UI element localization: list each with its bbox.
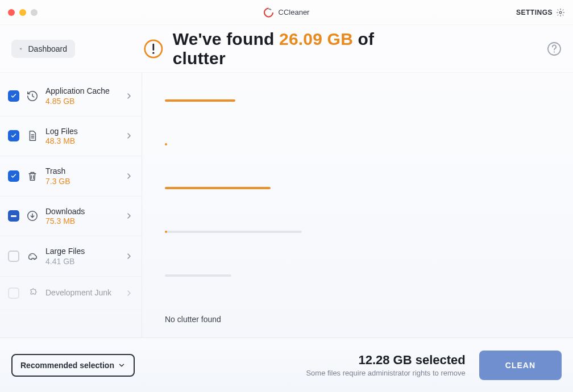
bar-fill bbox=[165, 143, 167, 145]
titlebar: CCleaner SETTINGS bbox=[0, 0, 573, 25]
chevron-right-icon bbox=[124, 91, 134, 101]
admin-note: Some files require administrator rights … bbox=[306, 369, 465, 377]
arrow-left-icon bbox=[19, 44, 23, 53]
chevron-right-icon bbox=[124, 252, 134, 261]
ccleaner-logo-icon bbox=[264, 7, 274, 18]
maximize-window-button[interactable] bbox=[31, 9, 38, 16]
category-row[interactable]: Downloads75.3 MB bbox=[0, 197, 142, 237]
category-title: Large Files bbox=[45, 247, 118, 257]
chevron-right-icon bbox=[124, 131, 134, 140]
category-row[interactable]: Trash7.3 GB bbox=[0, 156, 142, 197]
svg-point-5 bbox=[554, 51, 555, 52]
category-checkbox[interactable] bbox=[8, 210, 19, 222]
category-title: Application Cache bbox=[45, 86, 118, 97]
bar-track bbox=[165, 274, 231, 277]
puzzle-icon bbox=[26, 287, 39, 299]
checkmark-icon bbox=[10, 132, 17, 139]
category-row: Development Junk bbox=[0, 277, 142, 310]
bars-panel: No clutter found bbox=[142, 73, 573, 337]
elephant-icon bbox=[26, 250, 39, 262]
checkmark-icon bbox=[10, 173, 17, 180]
category-text: Development Junk bbox=[45, 288, 118, 298]
category-sidebar: Application Cache4.85 GBLog Files48.3 MB… bbox=[0, 73, 142, 337]
category-title: Trash bbox=[45, 166, 118, 177]
svg-point-7 bbox=[31, 255, 31, 256]
category-text: Log Files48.3 MB bbox=[45, 127, 118, 146]
checkmark-icon bbox=[10, 93, 17, 99]
bar-track bbox=[165, 143, 167, 145]
recommended-selection-label: Recommended selection bbox=[20, 361, 114, 370]
category-checkbox[interactable] bbox=[8, 90, 19, 102]
category-bar-row bbox=[165, 166, 556, 210]
app-title: CCleaner bbox=[264, 7, 310, 18]
category-title: Downloads bbox=[45, 207, 118, 217]
dashboard-label: Dashboard bbox=[28, 44, 68, 53]
category-bar-row bbox=[165, 78, 556, 122]
chevron-right-icon bbox=[124, 172, 134, 181]
recommended-selection-button[interactable]: Recommended selection bbox=[11, 354, 135, 377]
category-bar-row: No clutter found bbox=[165, 297, 556, 341]
category-row[interactable]: Application Cache4.85 GB bbox=[0, 76, 142, 116]
download-icon bbox=[26, 210, 39, 222]
category-checkbox[interactable] bbox=[8, 251, 19, 262]
category-row[interactable]: Large Files4.41 GB bbox=[0, 236, 142, 277]
header-row: Dashboard We've found 26.09 GB of clutte… bbox=[0, 25, 573, 73]
category-text: Application Cache4.85 GB bbox=[45, 86, 118, 106]
trash-icon bbox=[26, 170, 39, 182]
headline: We've found 26.09 GB of clutter bbox=[143, 30, 430, 68]
close-window-button[interactable] bbox=[8, 9, 15, 16]
footer-right: 12.28 GB selected Some files require adm… bbox=[306, 351, 562, 380]
selection-summary: 12.28 GB selected Some files require adm… bbox=[306, 353, 465, 377]
bar-track bbox=[165, 99, 235, 102]
category-size: 4.85 GB bbox=[45, 97, 118, 106]
alert-icon bbox=[143, 39, 164, 59]
app-name: CCleaner bbox=[279, 8, 310, 16]
chevron-right-icon bbox=[124, 289, 134, 298]
category-bar-row bbox=[165, 253, 556, 297]
category-size: 4.41 GB bbox=[45, 257, 118, 266]
no-clutter-label: No clutter found bbox=[165, 315, 221, 324]
bar-fill bbox=[165, 99, 235, 102]
category-size: 7.3 GB bbox=[45, 177, 118, 186]
settings-button[interactable]: SETTINGS bbox=[516, 8, 565, 17]
svg-point-3 bbox=[152, 52, 154, 53]
footer: Recommended selection 12.28 GB selected … bbox=[0, 337, 573, 392]
clean-button[interactable]: CLEAN bbox=[479, 351, 562, 380]
chevron-down-icon bbox=[118, 361, 126, 369]
category-title: Log Files bbox=[45, 127, 118, 137]
category-text: Downloads75.3 MB bbox=[45, 207, 118, 226]
help-icon[interactable] bbox=[547, 41, 562, 56]
settings-label: SETTINGS bbox=[516, 9, 553, 16]
bar-track bbox=[165, 187, 271, 189]
category-text: Large Files4.41 GB bbox=[45, 247, 118, 266]
bar-track bbox=[165, 231, 302, 233]
file-text-icon bbox=[26, 130, 39, 142]
content: Application Cache4.85 GBLog Files48.3 MB… bbox=[0, 73, 573, 337]
bar-fill bbox=[165, 231, 167, 233]
minimize-window-button[interactable] bbox=[19, 9, 26, 16]
category-checkbox[interactable] bbox=[8, 130, 19, 141]
category-row[interactable]: Log Files48.3 MB bbox=[0, 116, 142, 157]
svg-point-0 bbox=[559, 11, 562, 14]
category-size: 75.3 MB bbox=[45, 216, 118, 226]
gear-icon bbox=[556, 8, 565, 17]
category-title: Development Junk bbox=[45, 288, 118, 298]
bar-fill bbox=[165, 187, 271, 189]
category-text: Trash7.3 GB bbox=[45, 166, 118, 186]
headline-amount: 26.09 GB bbox=[279, 30, 353, 48]
headline-text: We've found 26.09 GB of clutter bbox=[173, 30, 430, 68]
category-checkbox bbox=[8, 287, 19, 299]
chevron-right-icon bbox=[124, 211, 134, 220]
headline-prefix: We've found bbox=[173, 30, 279, 48]
category-checkbox[interactable] bbox=[8, 170, 19, 182]
history-icon bbox=[26, 90, 39, 102]
category-size: 48.3 MB bbox=[45, 136, 118, 145]
category-bar-row bbox=[165, 122, 556, 166]
category-bar-row bbox=[165, 210, 556, 253]
back-to-dashboard-button[interactable]: Dashboard bbox=[11, 40, 75, 58]
selected-amount: 12.28 GB selected bbox=[306, 353, 465, 368]
window-controls bbox=[8, 9, 38, 16]
